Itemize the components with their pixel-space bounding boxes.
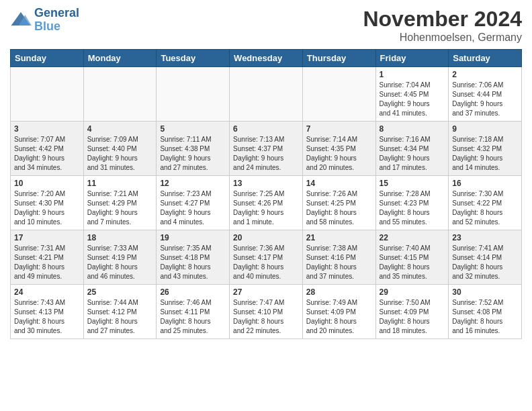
calendar-cell: 15Sunrise: 7:28 AM Sunset: 4:23 PM Dayli…: [375, 176, 449, 230]
day-info: Sunrise: 7:04 AM Sunset: 4:45 PM Dayligh…: [380, 81, 445, 118]
day-info: Sunrise: 7:14 AM Sunset: 4:35 PM Dayligh…: [306, 135, 372, 173]
calendar-cell: [11, 67, 84, 122]
calendar-cell: [302, 67, 375, 122]
day-info: Sunrise: 7:16 AM Sunset: 4:34 PM Dayligh…: [380, 135, 445, 173]
day-number: 12: [160, 179, 226, 188]
day-info: Sunrise: 7:20 AM Sunset: 4:30 PM Dayligh…: [14, 189, 80, 227]
page-header: General Blue November 2024 Hohenmoelsen,…: [10, 7, 522, 44]
logo-line2: Blue: [34, 19, 60, 33]
calendar-cell: 19Sunrise: 7:35 AM Sunset: 4:18 PM Dayli…: [157, 230, 230, 285]
calendar-cell: 3Sunrise: 7:07 AM Sunset: 4:42 PM Daylig…: [11, 122, 84, 176]
calendar-cell: 23Sunrise: 7:41 AM Sunset: 4:14 PM Dayli…: [449, 230, 522, 285]
day-number: 6: [233, 124, 299, 134]
day-number: 29: [380, 287, 445, 297]
day-info: Sunrise: 7:09 AM Sunset: 4:40 PM Dayligh…: [87, 135, 153, 173]
day-info: Sunrise: 7:31 AM Sunset: 4:21 PM Dayligh…: [14, 244, 80, 281]
weekday-header-friday: Friday: [375, 50, 449, 67]
calendar-cell: 13Sunrise: 7:25 AM Sunset: 4:26 PM Dayli…: [230, 176, 303, 230]
calendar-cell: 21Sunrise: 7:38 AM Sunset: 4:16 PM Dayli…: [302, 230, 375, 285]
day-number: 4: [87, 124, 153, 134]
calendar-cell: 2Sunrise: 7:06 AM Sunset: 4:44 PM Daylig…: [449, 67, 522, 122]
day-number: 13: [233, 179, 299, 188]
calendar-cell: [83, 67, 157, 122]
calendar-cell: 18Sunrise: 7:33 AM Sunset: 4:19 PM Dayli…: [83, 230, 157, 285]
day-number: 22: [380, 233, 445, 242]
day-number: 14: [306, 179, 372, 188]
calendar-cell: 4Sunrise: 7:09 AM Sunset: 4:40 PM Daylig…: [83, 122, 157, 176]
day-info: Sunrise: 7:26 AM Sunset: 4:25 PM Dayligh…: [306, 189, 372, 227]
day-info: Sunrise: 7:52 AM Sunset: 4:08 PM Dayligh…: [452, 298, 518, 336]
calendar-cell: 11Sunrise: 7:21 AM Sunset: 4:29 PM Dayli…: [83, 176, 157, 230]
month-title: November 2024: [363, 7, 522, 32]
weekday-header-row: SundayMondayTuesdayWednesdayThursdayFrid…: [11, 50, 522, 67]
day-info: Sunrise: 7:40 AM Sunset: 4:15 PM Dayligh…: [380, 244, 445, 281]
day-info: Sunrise: 7:06 AM Sunset: 4:44 PM Dayligh…: [452, 81, 518, 118]
day-info: Sunrise: 7:36 AM Sunset: 4:17 PM Dayligh…: [233, 244, 299, 281]
day-number: 30: [452, 287, 518, 297]
logo-line1: General: [34, 6, 79, 19]
weekday-header-thursday: Thursday: [302, 50, 375, 67]
day-number: 26: [160, 287, 226, 297]
calendar-cell: 28Sunrise: 7:49 AM Sunset: 4:09 PM Dayli…: [302, 285, 375, 339]
calendar-cell: 22Sunrise: 7:40 AM Sunset: 4:15 PM Dayli…: [375, 230, 449, 285]
calendar-cell: 27Sunrise: 7:47 AM Sunset: 4:10 PM Dayli…: [230, 285, 303, 339]
day-info: Sunrise: 7:11 AM Sunset: 4:38 PM Dayligh…: [160, 135, 226, 173]
day-info: Sunrise: 7:07 AM Sunset: 4:42 PM Dayligh…: [14, 135, 80, 173]
day-info: Sunrise: 7:21 AM Sunset: 4:29 PM Dayligh…: [87, 189, 153, 227]
location: Hohenmoelsen, Germany: [363, 32, 522, 44]
day-info: Sunrise: 7:30 AM Sunset: 4:22 PM Dayligh…: [452, 189, 518, 227]
day-number: 15: [380, 179, 445, 188]
week-row-2: 3Sunrise: 7:07 AM Sunset: 4:42 PM Daylig…: [11, 122, 522, 176]
day-number: 7: [306, 124, 372, 134]
day-number: 19: [160, 233, 226, 242]
day-info: Sunrise: 7:35 AM Sunset: 4:18 PM Dayligh…: [160, 244, 226, 281]
calendar-cell: [230, 67, 303, 122]
calendar-table: SundayMondayTuesdayWednesdayThursdayFrid…: [10, 49, 522, 339]
calendar-cell: [157, 67, 230, 122]
day-number: 16: [452, 179, 518, 188]
calendar-cell: 1Sunrise: 7:04 AM Sunset: 4:45 PM Daylig…: [375, 67, 449, 122]
calendar-cell: 24Sunrise: 7:43 AM Sunset: 4:13 PM Dayli…: [11, 285, 84, 339]
day-number: 28: [306, 287, 372, 297]
day-number: 24: [14, 287, 80, 297]
day-number: 9: [452, 124, 518, 134]
week-row-4: 17Sunrise: 7:31 AM Sunset: 4:21 PM Dayli…: [11, 230, 522, 285]
calendar-cell: 9Sunrise: 7:18 AM Sunset: 4:32 PM Daylig…: [449, 122, 522, 176]
calendar-cell: 14Sunrise: 7:26 AM Sunset: 4:25 PM Dayli…: [302, 176, 375, 230]
day-info: Sunrise: 7:41 AM Sunset: 4:14 PM Dayligh…: [452, 244, 518, 281]
calendar-cell: 16Sunrise: 7:30 AM Sunset: 4:22 PM Dayli…: [449, 176, 522, 230]
day-info: Sunrise: 7:28 AM Sunset: 4:23 PM Dayligh…: [380, 189, 445, 227]
weekday-header-saturday: Saturday: [449, 50, 522, 67]
calendar-cell: 29Sunrise: 7:50 AM Sunset: 4:09 PM Dayli…: [375, 285, 449, 339]
day-number: 21: [306, 233, 372, 242]
calendar-cell: 10Sunrise: 7:20 AM Sunset: 4:30 PM Dayli…: [11, 176, 84, 230]
weekday-header-monday: Monday: [83, 50, 157, 67]
week-row-1: 1Sunrise: 7:04 AM Sunset: 4:45 PM Daylig…: [11, 67, 522, 122]
calendar-cell: 25Sunrise: 7:44 AM Sunset: 4:12 PM Dayli…: [83, 285, 157, 339]
calendar-cell: 20Sunrise: 7:36 AM Sunset: 4:17 PM Dayli…: [230, 230, 303, 285]
day-number: 8: [380, 124, 445, 134]
day-info: Sunrise: 7:49 AM Sunset: 4:09 PM Dayligh…: [306, 298, 372, 336]
day-number: 27: [233, 287, 299, 297]
day-number: 5: [160, 124, 226, 134]
day-number: 23: [452, 233, 518, 242]
day-info: Sunrise: 7:43 AM Sunset: 4:13 PM Dayligh…: [14, 298, 80, 336]
logo: General Blue: [10, 7, 79, 34]
calendar-cell: 7Sunrise: 7:14 AM Sunset: 4:35 PM Daylig…: [302, 122, 375, 176]
day-info: Sunrise: 7:23 AM Sunset: 4:27 PM Dayligh…: [160, 189, 226, 227]
weekday-header-wednesday: Wednesday: [230, 50, 303, 67]
weekday-header-sunday: Sunday: [11, 50, 84, 67]
logo-text: General Blue: [34, 7, 79, 34]
day-number: 11: [87, 179, 153, 188]
calendar-cell: 30Sunrise: 7:52 AM Sunset: 4:08 PM Dayli…: [449, 285, 522, 339]
calendar-cell: 17Sunrise: 7:31 AM Sunset: 4:21 PM Dayli…: [11, 230, 84, 285]
day-number: 18: [87, 233, 153, 242]
week-row-3: 10Sunrise: 7:20 AM Sunset: 4:30 PM Dayli…: [11, 176, 522, 230]
day-number: 25: [87, 287, 153, 297]
calendar-cell: 26Sunrise: 7:46 AM Sunset: 4:11 PM Dayli…: [157, 285, 230, 339]
week-row-5: 24Sunrise: 7:43 AM Sunset: 4:13 PM Dayli…: [11, 285, 522, 339]
day-number: 10: [14, 179, 80, 188]
calendar-cell: 8Sunrise: 7:16 AM Sunset: 4:34 PM Daylig…: [375, 122, 449, 176]
day-number: 17: [14, 233, 80, 242]
day-info: Sunrise: 7:25 AM Sunset: 4:26 PM Dayligh…: [233, 189, 299, 227]
